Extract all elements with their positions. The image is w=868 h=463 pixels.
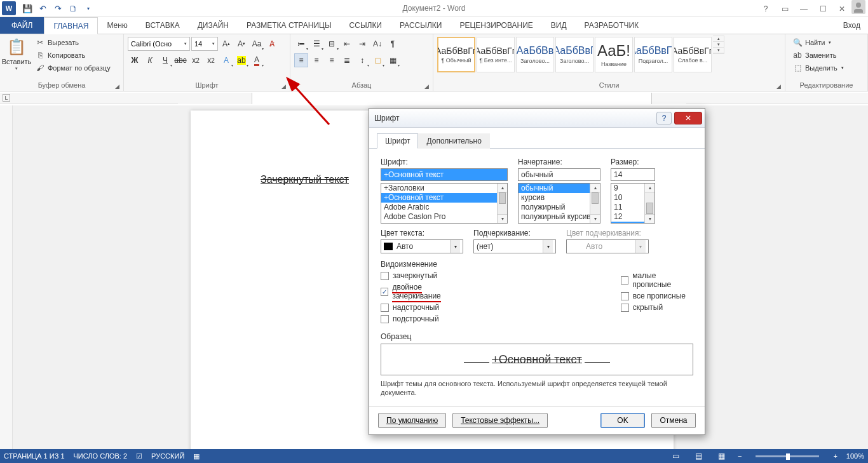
styles-launcher[interactable]: ◢ [775,83,782,90]
macro-icon[interactable]: ▦ [193,452,200,460]
font-style-input[interactable]: обычный [518,168,600,181]
replace-button[interactable]: abЗаменить [790,50,846,61]
dialog-title-bar[interactable]: Шрифт ? ✕ [369,109,705,128]
highlight-button[interactable]: ab▾ [234,53,248,67]
font-color-button[interactable]: A▾ [250,53,264,67]
font-size-combo[interactable]: 14▾ [191,37,218,51]
dialog-close-button[interactable]: ✕ [674,112,702,124]
styles-gallery-more[interactable]: ▴▾▾ [713,36,724,54]
sort-button[interactable]: A↓ [370,37,384,51]
language-indicator[interactable]: РУССКИЙ [151,452,184,460]
list-item[interactable]: +Основной текст [381,193,507,203]
checkbox-надстрочный[interactable]: надстрочный [381,303,468,312]
tab-selector[interactable]: L [3,94,10,102]
user-avatar-icon[interactable] [851,0,865,14]
tab-home[interactable]: ГЛАВНАЯ [44,17,98,34]
tab-references[interactable]: ССЫЛКИ [341,17,391,34]
checkbox-зачеркнутый[interactable]: зачеркнутый [381,271,468,280]
subscript-button[interactable]: x2 [189,53,203,67]
copy-button[interactable]: ⎘Копировать [33,50,112,61]
close-button[interactable]: ✕ [832,0,851,17]
list-item[interactable]: Adobe Arabic [381,203,507,212]
qat-customize-icon[interactable]: ▾ [81,1,96,16]
redo-icon[interactable]: ↷ [50,1,65,16]
font-size-input[interactable]: 14 [611,168,655,181]
horizontal-ruler[interactable]: L [0,93,868,104]
multilevel-button[interactable]: ⊟▾ [325,37,339,51]
shading-button[interactable]: ▢▾ [370,53,384,67]
decrease-indent-button[interactable]: ⇤ [340,37,354,51]
font-launcher[interactable]: ◢ [280,83,287,90]
font-size-list[interactable]: 910111214▴▾ [611,183,655,224]
tab-developer[interactable]: РАЗРАБОТЧИК [576,17,648,34]
list-item[interactable]: курсив [519,193,600,203]
undo-icon[interactable]: ↶ [35,1,50,16]
tab-review[interactable]: РЕЦЕНЗИРОВАНИЕ [451,17,541,34]
vertical-ruler[interactable] [0,105,13,449]
grow-font-button[interactable]: A▴ [219,37,233,51]
list-item[interactable]: +Заголовки [381,184,507,193]
increase-indent-button[interactable]: ⇥ [355,37,369,51]
file-tab[interactable]: ФАЙЛ [0,17,44,34]
page-indicator[interactable]: СТРАНИЦА 1 ИЗ 1 [4,452,65,460]
text-effects-button[interactable]: Текстовые эффекты... [452,413,548,428]
minimize-button[interactable]: — [794,0,813,17]
scrollbar[interactable]: ▴▾ [590,184,600,223]
font-color-combo[interactable]: Авто▾ [381,239,463,253]
list-item[interactable]: Adobe Caslon Pro [381,212,507,222]
style-item[interactable]: АаБбВвГг,¶ Обычный [437,37,475,72]
select-button[interactable]: ⬚Выделить▾ [790,62,846,74]
align-center-button[interactable]: ≡ [309,53,323,67]
checkbox-все-прописные[interactable]: все прописные [621,292,693,300]
strike-button[interactable]: abc [173,53,187,67]
styles-gallery[interactable]: АаБбВвГг,¶ ОбычныйАаБбВвГг,¶ Без инте...… [436,36,713,74]
print-layout-button[interactable]: ▤ [692,450,706,462]
web-layout-button[interactable]: ▦ [715,450,729,462]
bullets-button[interactable]: ≔▾ [294,37,308,51]
checkbox-малые-прописные[interactable]: малые прописные [621,271,693,289]
signin-link[interactable]: Вход [836,17,868,34]
style-item[interactable]: АаБбВвГг,Слабое в... [674,37,712,72]
cancel-button[interactable]: Отмена [651,413,696,428]
cut-button[interactable]: ✂Вырезать [33,37,112,48]
text-effects-button[interactable]: A▾ [219,53,233,67]
font-name-combo[interactable]: Calibri (Осно▾ [128,37,190,51]
ok-button[interactable]: OK [600,413,645,428]
dialog-help-button[interactable]: ? [656,112,672,124]
list-item[interactable]: Adobe Caslon Pro Bold [381,222,507,224]
ribbon-options-button[interactable]: ▭ [775,0,794,17]
align-left-button[interactable]: ≡ [294,53,308,67]
clear-format-button[interactable]: A̷ [265,37,279,51]
italic-button[interactable]: К [143,53,157,67]
clipboard-launcher[interactable]: ◢ [113,83,121,90]
zoom-level[interactable]: 100% [846,452,864,460]
list-item[interactable]: обычный [519,184,600,193]
numbering-button[interactable]: ☰▾ [309,37,323,51]
style-item[interactable]: АаБ!Название [595,37,633,72]
checkbox-двойное-зачеркивание[interactable]: двойное зачеркивание [381,283,468,300]
paste-button[interactable]: 📋 Вставить ▾ [3,36,31,72]
read-mode-button[interactable]: ▭ [669,450,683,462]
checkbox-скрытый[interactable]: скрытый [621,303,693,312]
borders-button[interactable]: ▦▾ [386,53,400,67]
style-item[interactable]: АаБбВвЗаголово... [516,37,554,72]
underline-combo[interactable]: (нет)▾ [473,239,556,253]
paragraph-launcher[interactable]: ◢ [423,83,430,90]
zoom-slider[interactable] [756,455,819,457]
tab-view[interactable]: ВИД [542,17,576,34]
scrollbar[interactable]: ▴▾ [497,184,507,223]
tab-mailings[interactable]: РАССЫЛКИ [391,17,451,34]
font-name-input[interactable]: +Основной текст [381,168,508,181]
new-doc-icon[interactable]: 🗋 [65,1,81,16]
dialog-tab-font[interactable]: Шрифт [377,133,418,149]
tab-design[interactable]: ДИЗАЙН [189,17,238,34]
save-icon[interactable]: 💾 [20,1,35,16]
word-count[interactable]: ЧИСЛО СЛОВ: 2 [74,452,128,460]
style-item[interactable]: АаБбВвГг,Подзагол... [634,37,672,72]
justify-button[interactable]: ≣ [340,53,354,67]
zoom-out-button[interactable]: − [738,452,742,460]
font-style-list[interactable]: обычныйкурсивполужирныйполужирный курсив… [518,183,600,224]
scrollbar[interactable]: ▴▾ [644,184,654,223]
tab-insert[interactable]: ВСТАВКА [137,17,189,34]
bold-button[interactable]: Ж [128,53,142,67]
